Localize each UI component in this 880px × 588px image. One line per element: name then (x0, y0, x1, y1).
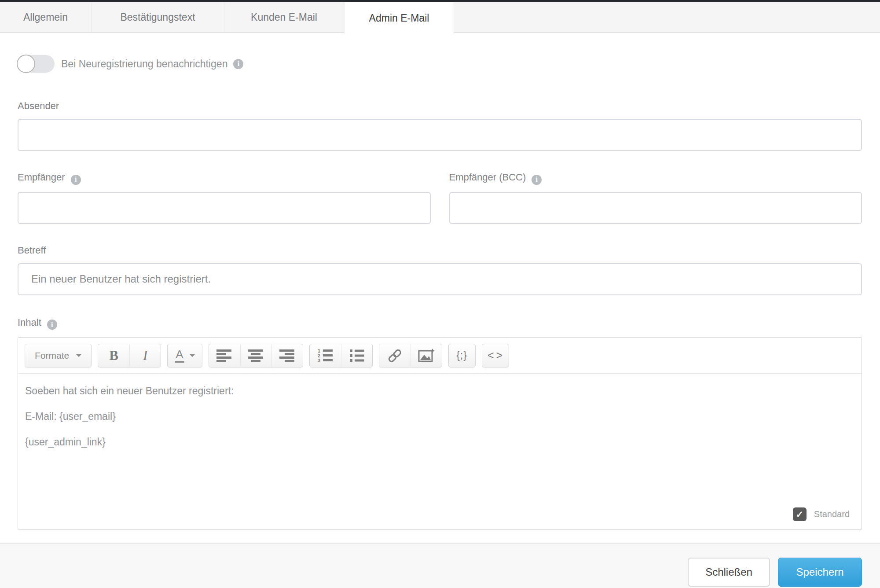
empfaenger-input[interactable] (18, 192, 431, 224)
editor-toolbar: Formate B I A (18, 338, 862, 374)
align-right-icon (279, 349, 295, 362)
info-icon[interactable]: i (532, 175, 542, 185)
align-left-icon (216, 349, 232, 362)
empfaenger-col: Empfängeri (18, 172, 431, 224)
image-icon (418, 349, 435, 363)
save-button[interactable]: Speichern (778, 558, 862, 587)
editor-content-area[interactable]: Soeben hat sich ein neuer Benutzer regis… (18, 374, 862, 448)
betreff-label: Betreff (18, 245, 862, 256)
notify-toggle-label: Bei Neuregistrierung benachrichtigen (61, 58, 227, 70)
tab-kunden-email[interactable]: Kunden E-Mail (224, 2, 344, 32)
align-center-icon (248, 349, 264, 362)
empfaenger-label: Empfängeri (18, 172, 431, 185)
footer-actions: Schließen Speichern (688, 558, 862, 587)
shortcode-button[interactable]: {;} (449, 344, 475, 367)
italic-button[interactable]: I (129, 344, 161, 367)
svg-text:3: 3 (318, 358, 320, 363)
empfaenger-bcc-col: Empfänger (BCC)i (449, 172, 862, 224)
ordered-list-button[interactable]: 1 2 3 (310, 344, 341, 367)
code-group: <> (482, 344, 509, 368)
tab-allgemein[interactable]: Allgemein (0, 2, 92, 32)
standard-checkbox-label: Standard (814, 509, 850, 519)
notify-toggle-row: Bei Neuregistrierung benachrichtigen i (18, 55, 862, 73)
inhalt-label-text: Inhalt (18, 317, 41, 328)
bold-italic-group: B I (98, 344, 161, 368)
tab-bar: Allgemein Bestätigungstext Kunden E-Mail… (0, 2, 880, 33)
betreff-input[interactable] (18, 263, 862, 295)
inhalt-label: Inhalti (18, 317, 862, 330)
formats-dropdown-label: Formate (35, 350, 69, 361)
empfaenger-bcc-label: Empfänger (BCC)i (449, 172, 862, 185)
italic-icon: I (143, 348, 147, 364)
rich-text-editor: Formate B I A (18, 337, 862, 530)
empfaenger-bcc-label-text: Empfänger (BCC) (449, 172, 526, 183)
editor-paragraph: {user_admin_link} (25, 436, 848, 448)
absender-label: Absender (18, 100, 862, 112)
info-icon[interactable]: i (233, 59, 243, 69)
tab-bar-filler (454, 2, 880, 32)
media-group (379, 344, 442, 368)
empfaenger-label-text: Empfänger (18, 172, 65, 183)
info-icon[interactable]: i (71, 175, 81, 185)
alignment-group (209, 344, 303, 368)
toggle-knob (17, 55, 35, 73)
text-color-icon: A (175, 349, 184, 363)
info-icon[interactable]: i (47, 320, 57, 330)
text-color-button[interactable]: A (168, 344, 202, 367)
footer-bar: Schließen Speichern (0, 543, 880, 588)
close-button[interactable]: Schließen (688, 558, 770, 587)
ordered-list-icon: 1 2 3 (317, 349, 333, 363)
list-group: 1 2 3 (309, 344, 373, 368)
formats-dropdown[interactable]: Formate (25, 344, 91, 367)
align-right-button[interactable] (271, 344, 303, 367)
image-button[interactable] (411, 344, 442, 367)
bold-button[interactable]: B (98, 344, 129, 367)
chevron-down-icon (76, 354, 81, 357)
align-left-button[interactable] (209, 344, 240, 367)
link-button[interactable] (379, 344, 411, 367)
source-code-button[interactable]: <> (482, 344, 509, 367)
forecolor-group: A (167, 344, 202, 368)
editor-paragraph: Soeben hat sich ein neuer Benutzer regis… (25, 385, 848, 397)
editor-paragraph: E-Mail: {user_email} (25, 410, 848, 423)
formats-group: Formate (25, 344, 92, 368)
notify-toggle[interactable] (18, 55, 55, 73)
admin-email-settings-page: Allgemein Bestätigungstext Kunden E-Mail… (0, 0, 880, 588)
tab-admin-email[interactable]: Admin E-Mail (344, 2, 454, 34)
tab-bestaetigungstext[interactable]: Bestätigungstext (92, 2, 224, 32)
bullet-list-button[interactable] (341, 344, 372, 367)
tab-panel-admin-email: Bei Neuregistrierung benachrichtigen i A… (0, 55, 880, 530)
shortcode-group: {;} (448, 344, 476, 368)
align-center-button[interactable] (240, 344, 271, 367)
absender-input[interactable] (18, 119, 862, 151)
bullet-list-icon (349, 349, 365, 363)
chevron-down-icon (190, 354, 195, 357)
recipient-row: Empfängeri Empfänger (BCC)i (18, 172, 862, 224)
standard-checkbox[interactable]: ✓ (793, 507, 807, 521)
standard-checkbox-row: ✓ Standard (793, 507, 850, 521)
empfaenger-bcc-input[interactable] (449, 192, 862, 224)
bold-icon: B (109, 348, 118, 364)
link-icon (386, 348, 403, 363)
